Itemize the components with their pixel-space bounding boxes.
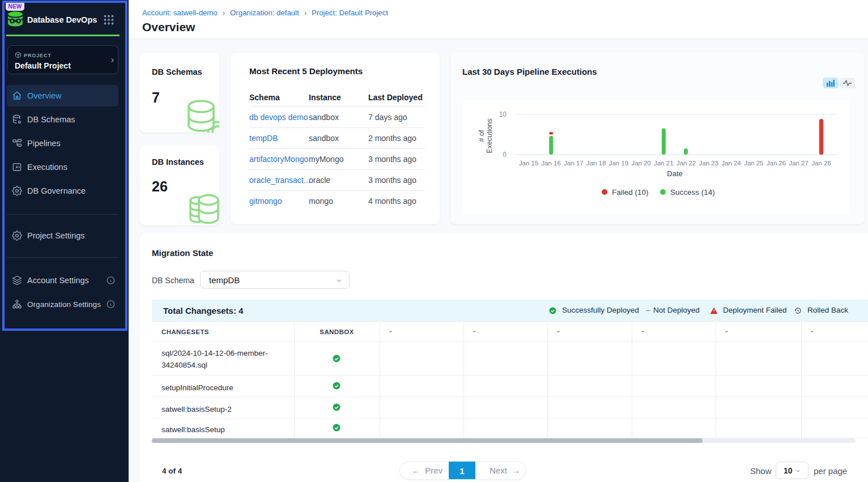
svg-text:Jan 27: Jan 27 [789, 160, 809, 167]
svg-text:Jan 24: Jan 24 [721, 160, 741, 167]
svg-text:Jan 18: Jan 18 [586, 160, 606, 167]
svg-text:Jan 17: Jan 17 [564, 160, 583, 167]
svg-text:Jan 16: Jan 16 [542, 160, 561, 167]
svg-text:Success (14): Success (14) [670, 188, 715, 197]
svg-text:Jan 22: Jan 22 [676, 160, 696, 167]
svg-text:Jan 28: Jan 28 [811, 160, 831, 167]
svg-text:Failed (10): Failed (10) [612, 188, 649, 197]
svg-text:# of: # of [478, 130, 486, 142]
svg-text:Jan 23: Jan 23 [699, 160, 718, 167]
svg-text:10: 10 [499, 110, 507, 118]
svg-text:Jan 15: Jan 15 [519, 160, 538, 167]
svg-text:Jan 26: Jan 26 [767, 160, 786, 167]
svg-text:Jan 21: Jan 21 [654, 160, 673, 167]
svg-text:Jan 25: Jan 25 [744, 160, 763, 167]
svg-text:Date: Date [667, 169, 682, 178]
svg-text:Jan 19: Jan 19 [609, 160, 628, 167]
svg-text:0: 0 [503, 151, 507, 159]
svg-text:Jan 20: Jan 20 [631, 160, 650, 167]
svg-text:Executions: Executions [486, 118, 493, 153]
